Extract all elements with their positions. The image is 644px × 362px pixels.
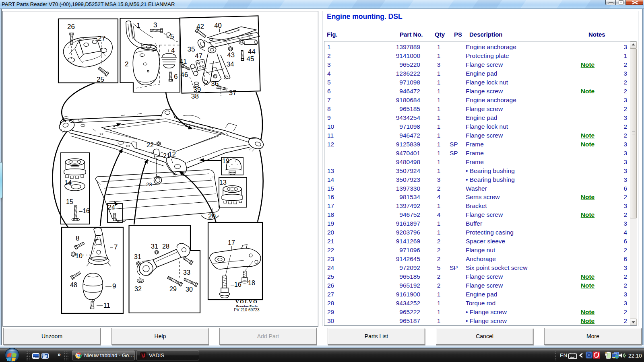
svg-text:26: 26: [67, 23, 75, 31]
svg-text:11: 11: [103, 302, 110, 309]
svg-text:VOLVO: VOLVO: [235, 299, 258, 304]
svg-text:6: 6: [174, 73, 178, 80]
svg-text:PV 210 69723: PV 210 69723: [234, 308, 260, 312]
svg-text:33: 33: [183, 269, 190, 276]
svg-text:35: 35: [187, 45, 195, 53]
svg-text:31: 31: [134, 253, 141, 260]
svg-text:–16: –16: [231, 281, 242, 288]
svg-text:44: 44: [248, 48, 256, 56]
svg-text:37: 37: [229, 89, 236, 97]
svg-text:22: 22: [147, 142, 154, 148]
svg-text:29: 29: [169, 286, 177, 292]
svg-text:–16: –16: [79, 208, 90, 214]
svg-text:28: 28: [162, 243, 169, 250]
svg-text:15: 15: [66, 198, 73, 205]
svg-text:8: 8: [76, 234, 79, 242]
svg-text:40: 40: [214, 22, 222, 30]
svg-text:2: 2: [125, 60, 128, 68]
svg-text:27: 27: [98, 35, 105, 42]
svg-text:17: 17: [228, 239, 235, 246]
svg-text:7: 7: [114, 243, 118, 251]
svg-text:9: 9: [112, 282, 116, 290]
svg-text:32: 32: [134, 286, 142, 292]
svg-text:46: 46: [180, 71, 188, 79]
svg-text:10: 10: [75, 253, 83, 259]
svg-text:45: 45: [246, 55, 254, 63]
svg-text:38: 38: [191, 93, 199, 101]
svg-text:30: 30: [186, 286, 193, 293]
svg-text:12: 12: [168, 150, 176, 158]
svg-text:5: 5: [170, 33, 174, 40]
svg-text:24: 24: [108, 204, 115, 211]
svg-text:48: 48: [70, 282, 77, 288]
svg-text:13: 13: [219, 179, 227, 186]
svg-text:3: 3: [153, 21, 157, 29]
svg-text:4: 4: [171, 47, 175, 54]
svg-text:43: 43: [227, 51, 235, 59]
svg-text:1: 1: [136, 22, 140, 29]
svg-text:47: 47: [195, 52, 202, 60]
svg-text:34: 34: [226, 60, 234, 68]
svg-text:23: 23: [146, 181, 152, 187]
svg-text:25: 25: [97, 76, 104, 83]
svg-text:18: 18: [248, 280, 255, 286]
svg-text:31: 31: [151, 243, 158, 250]
